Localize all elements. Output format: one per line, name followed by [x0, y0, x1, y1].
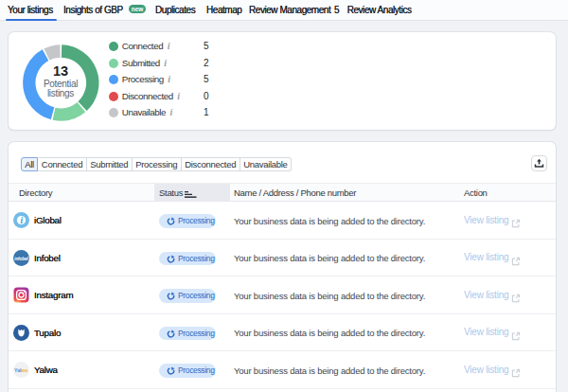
svg-text:wa: wa — [20, 367, 27, 373]
svg-text:i: i — [20, 216, 23, 225]
svg-text:infobel: infobel — [14, 256, 28, 260]
